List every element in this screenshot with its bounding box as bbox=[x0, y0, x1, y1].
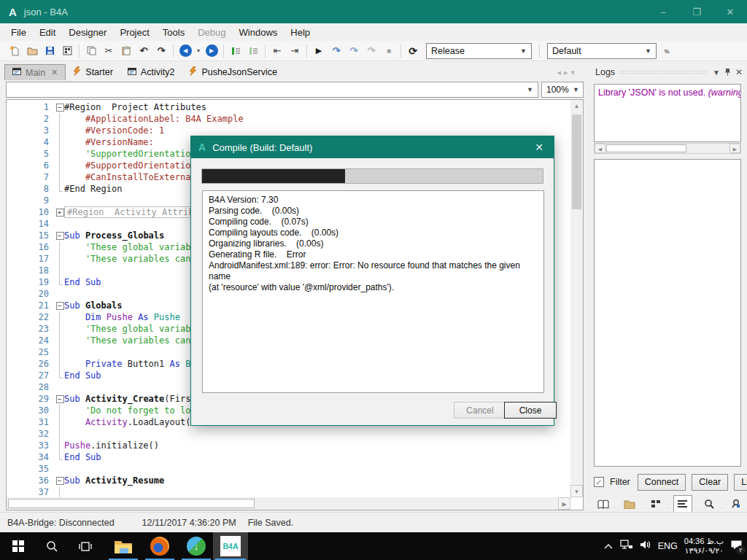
undo-icon[interactable]: ↶ bbox=[135, 43, 152, 59]
menu-debug[interactable]: Debug bbox=[191, 25, 232, 40]
firefox-icon[interactable] bbox=[143, 532, 177, 560]
fold-marker-icon[interactable] bbox=[55, 206, 64, 218]
uncomment-icon[interactable] bbox=[244, 43, 262, 59]
new-file-icon[interactable] bbox=[6, 43, 23, 59]
editor-vertical-scrollbar[interactable]: ▲ ▼ bbox=[570, 100, 583, 497]
save-icon[interactable] bbox=[41, 43, 58, 59]
menu-file[interactable]: File bbox=[4, 25, 33, 40]
redo-icon[interactable]: ↷ bbox=[152, 43, 170, 59]
libraries-manager-icon[interactable] bbox=[594, 495, 613, 512]
panel-close-icon[interactable]: ✕ bbox=[735, 67, 743, 77]
code-line[interactable]: 1#Region Project Attributes bbox=[7, 101, 570, 113]
member-navigation-select[interactable]: ▼ bbox=[6, 82, 538, 98]
filter-checkbox[interactable]: ✓ bbox=[594, 477, 604, 487]
editor-zoom-select[interactable]: 100%▼ bbox=[541, 82, 584, 98]
code-line[interactable]: 37 bbox=[7, 486, 570, 498]
volume-icon[interactable] bbox=[640, 540, 651, 553]
tab-close-icon[interactable]: ✕ bbox=[51, 68, 58, 77]
menu-windows[interactable]: Windows bbox=[233, 25, 285, 40]
idm-icon[interactable]: ↓ bbox=[179, 532, 213, 560]
minimize-button[interactable]: – bbox=[646, 0, 680, 23]
fold-marker-icon[interactable] bbox=[55, 300, 64, 311]
code-line[interactable]: 33Pushe.initialize() bbox=[7, 440, 570, 451]
step-into-icon[interactable]: ↷ bbox=[345, 43, 363, 59]
tab-main[interactable]: Main✕ bbox=[4, 64, 66, 80]
connect-button[interactable]: Connect bbox=[638, 474, 686, 491]
search-icon[interactable] bbox=[726, 495, 745, 512]
resume-icon[interactable]: ↷ bbox=[328, 43, 345, 59]
navigate-back-dropdown-icon[interactable]: ▾ bbox=[194, 43, 203, 59]
toolbar-overflow-icon[interactable]: ▾▴ bbox=[664, 47, 668, 55]
rebuild-icon[interactable]: ⟳ bbox=[404, 43, 422, 59]
close-button[interactable]: ✕ bbox=[713, 0, 747, 23]
editor-horizontal-scrollbar[interactable]: ▶ bbox=[7, 497, 570, 510]
horizontal-scroll-thumb[interactable] bbox=[8, 499, 255, 508]
tab-pushejsonservice[interactable]: PusheJsonService bbox=[182, 64, 285, 80]
scroll-right-icon[interactable]: ▶ bbox=[729, 144, 740, 153]
package-icon[interactable] bbox=[58, 43, 76, 59]
scroll-left-icon[interactable]: ◀ bbox=[595, 144, 605, 153]
step-over-icon[interactable]: ↷ bbox=[363, 43, 380, 59]
menu-project[interactable]: Project bbox=[113, 25, 155, 40]
scroll-down-icon[interactable]: ▼ bbox=[570, 485, 583, 497]
b4a-taskbar-icon[interactable]: B4A bbox=[213, 532, 248, 560]
tab-starter[interactable]: Starter bbox=[66, 64, 120, 80]
menu-edit[interactable]: Edit bbox=[33, 25, 62, 40]
fold-marker-icon[interactable] bbox=[55, 101, 64, 113]
taskbar-clock[interactable]: 04:36 ب.ظ ۱۳۹۶/۰۹/۲۰ bbox=[684, 537, 724, 556]
code-line[interactable]: 3 #VersionCode: 1 bbox=[7, 125, 570, 136]
files-manager-icon[interactable] bbox=[620, 495, 639, 512]
cut-icon[interactable]: ✂ bbox=[100, 43, 117, 59]
fold-marker-icon[interactable] bbox=[55, 475, 64, 486]
file-explorer-icon[interactable] bbox=[107, 532, 140, 560]
compile-dialog-close-icon[interactable]: ✕ bbox=[532, 141, 546, 153]
vertical-scroll-thumb[interactable] bbox=[572, 114, 581, 209]
task-view-icon[interactable] bbox=[69, 532, 102, 560]
run-icon[interactable]: ▶ bbox=[310, 43, 328, 59]
navigate-forward-icon[interactable]: ▶ bbox=[203, 43, 220, 59]
fold-marker-icon[interactable] bbox=[55, 393, 64, 405]
menu-tools[interactable]: Tools bbox=[156, 25, 191, 40]
taskbar-search-icon[interactable] bbox=[35, 532, 69, 560]
start-button[interactable] bbox=[1, 532, 35, 560]
network-icon[interactable] bbox=[620, 540, 633, 553]
find-references-icon[interactable] bbox=[700, 495, 719, 512]
code-line[interactable]: 2 #ApplicationLabel: B4A Example bbox=[7, 113, 570, 125]
tray-chevron-icon[interactable] bbox=[603, 540, 614, 553]
outdent-icon[interactable]: ⇤ bbox=[268, 43, 286, 59]
code-line[interactable]: 34End Sub bbox=[7, 451, 570, 463]
logs-tab-icon[interactable] bbox=[673, 495, 692, 512]
pin-icon[interactable] bbox=[724, 68, 731, 77]
restore-button[interactable]: ❐ bbox=[680, 0, 713, 23]
code-line[interactable]: 35 bbox=[7, 463, 570, 475]
logs-scroll-thumb[interactable] bbox=[606, 144, 686, 152]
logs-horizontal-scrollbar[interactable]: ◀ ▶ bbox=[594, 143, 741, 154]
open-project-icon[interactable] bbox=[23, 43, 41, 59]
copy-icon[interactable] bbox=[82, 43, 100, 59]
fold-marker-icon[interactable] bbox=[55, 230, 64, 241]
paste-icon[interactable] bbox=[117, 43, 135, 59]
code-line[interactable]: 32 bbox=[7, 428, 570, 440]
build-profile-select[interactable]: Default▼ bbox=[547, 43, 657, 59]
tab-scroll-arrows-icon[interactable]: ◂▸▾ bbox=[557, 68, 578, 77]
scroll-right-icon[interactable]: ▶ bbox=[558, 497, 570, 510]
modules-icon[interactable] bbox=[646, 495, 665, 512]
build-config-select[interactable]: Release▼ bbox=[426, 43, 532, 59]
scroll-up-icon[interactable]: ▲ bbox=[570, 100, 583, 112]
clear-button[interactable]: Clear bbox=[692, 474, 728, 491]
panel-drag-handle[interactable] bbox=[619, 70, 708, 74]
language-indicator[interactable]: ENG bbox=[658, 541, 678, 551]
comment-icon[interactable] bbox=[227, 43, 244, 59]
list-pe-button[interactable]: List Pe bbox=[734, 474, 747, 491]
tab-activity2[interactable]: Activity2 bbox=[120, 64, 182, 80]
action-center-icon[interactable]: ۲ bbox=[730, 540, 743, 553]
code-line[interactable]: 36Sub Activity_Resume bbox=[7, 475, 570, 486]
navigate-back-icon[interactable]: ◀ bbox=[177, 43, 194, 59]
panel-menu-icon[interactable]: ▼ bbox=[713, 69, 720, 77]
close-compile-button[interactable]: Close bbox=[504, 402, 557, 419]
menu-help[interactable]: Help bbox=[284, 25, 317, 40]
indent-icon[interactable]: ⇥ bbox=[286, 43, 303, 59]
stop-icon[interactable]: ■ bbox=[380, 43, 398, 59]
menu-designer[interactable]: Designer bbox=[62, 25, 113, 40]
cancel-button[interactable]: Cancel bbox=[454, 402, 506, 419]
